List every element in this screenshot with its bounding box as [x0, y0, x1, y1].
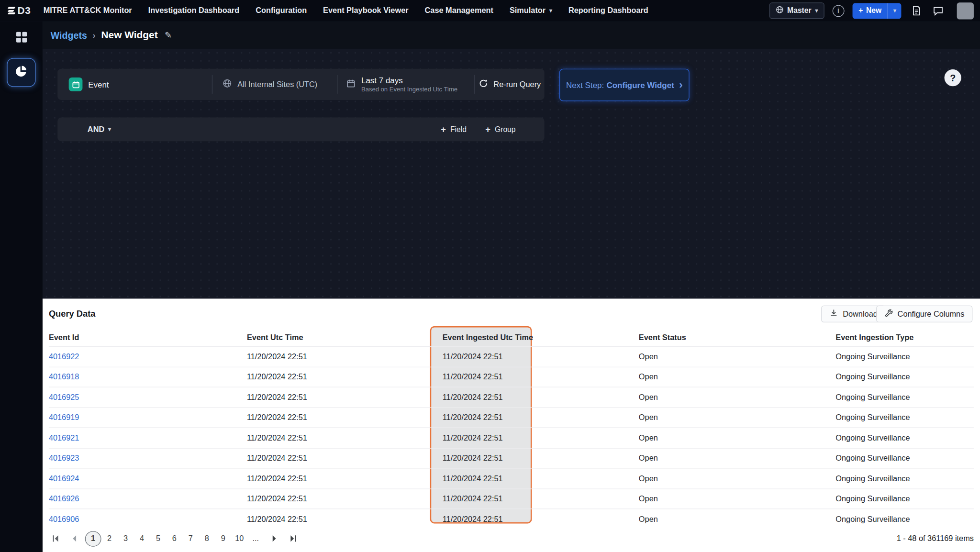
page-title: New Widget — [101, 29, 157, 41]
nav-item-configuration[interactable]: Configuration — [256, 6, 307, 15]
page-button[interactable]: 4 — [134, 531, 150, 547]
page-button[interactable]: 9 — [215, 531, 231, 547]
column-header-event-ingestion-type[interactable]: Event Ingestion Type — [835, 333, 974, 342]
page-button[interactable]: 10 — [231, 531, 247, 547]
next-step-configure-widget-button[interactable]: Next Step: Configure Widget › — [559, 69, 690, 101]
query-builder-area: Event All Internal Sites (UTC) Last 7 da… — [43, 49, 980, 298]
document-icon[interactable] — [909, 4, 923, 18]
next-page-icon[interactable] — [267, 532, 281, 546]
new-button-dropdown[interactable]: ▾ — [888, 3, 901, 19]
add-field-button[interactable]: + Field — [441, 124, 467, 134]
table-row: 4016906 11/20/2024 22:51 11/20/2024 22:5… — [49, 508, 974, 529]
column-header-event-id[interactable]: Event Id — [49, 333, 247, 342]
table-body: 4016922 11/20/2024 22:51 11/20/2024 22:5… — [49, 346, 974, 529]
nav-item-mitre-attack-monitor[interactable]: MITRE ATT&CK Monitor — [44, 6, 132, 15]
table-row: 4016922 11/20/2024 22:51 11/20/2024 22:5… — [49, 346, 974, 366]
nav-item-label: MITRE ATT&CK Monitor — [44, 6, 132, 15]
last-page-icon[interactable] — [286, 532, 300, 546]
rerun-query-button[interactable]: Re-run Query — [475, 75, 545, 94]
chevron-down-icon: ▾ — [549, 8, 552, 14]
d3-logo[interactable]: D3 — [8, 5, 31, 16]
info-glyph: i — [837, 7, 839, 14]
next-step-label: Configure Widget — [606, 80, 674, 90]
page-button[interactable]: 6 — [166, 531, 182, 547]
event-id-link[interactable]: 4016926 — [49, 494, 247, 503]
previous-page-icon[interactable] — [67, 532, 81, 546]
nav-item-label: Simulator — [510, 6, 546, 15]
info-icon[interactable]: i — [832, 5, 844, 17]
event-utc-time-cell: 11/20/2024 22:51 — [247, 433, 443, 442]
nav-item-case-management[interactable]: Case Management — [425, 6, 493, 15]
event-status-cell: Open — [639, 494, 835, 503]
table-header-row: Event Id Event Utc Time Event Ingested U… — [49, 329, 974, 346]
page-button[interactable]: ... — [247, 531, 264, 547]
rerun-query-label: Re-run Query — [493, 80, 541, 88]
refresh-icon — [479, 78, 488, 90]
event-id-link[interactable]: 4016925 — [49, 393, 247, 401]
help-icon[interactable]: ? — [945, 69, 961, 86]
nav-item-simulator[interactable]: Simulator▾ — [510, 6, 552, 15]
event-id-link[interactable]: 4016921 — [49, 433, 247, 442]
event-ingested-utc-time-cell: 11/20/2024 22:51 — [443, 433, 639, 442]
event-calendar-icon — [69, 77, 83, 91]
nav-item-reporting-dashboard[interactable]: Reporting Dashboard — [568, 6, 648, 15]
time-range-label: Last 7 days — [361, 76, 457, 86]
page-button[interactable]: 2 — [101, 531, 118, 547]
plus-icon: + — [485, 124, 490, 134]
event-id-link[interactable]: 4016906 — [49, 515, 247, 523]
page-button[interactable]: 1 — [85, 531, 101, 547]
event-id-link[interactable]: 4016918 — [49, 373, 247, 381]
event-id-link[interactable]: 4016922 — [49, 352, 247, 361]
configure-columns-button[interactable]: Configure Columns — [876, 306, 972, 322]
table-row: 4016918 11/20/2024 22:51 11/20/2024 22:5… — [49, 366, 974, 386]
event-utc-time-cell: 11/20/2024 22:51 — [247, 494, 443, 503]
master-dropdown[interactable]: Master ▾ — [769, 2, 824, 19]
next-step-prefix: Next Step: — [566, 80, 604, 90]
edit-pencil-icon[interactable]: ✎ — [165, 30, 172, 40]
page-button[interactable]: 5 — [150, 531, 166, 547]
page-button[interactable]: 7 — [182, 531, 199, 547]
event-utc-time-cell: 11/20/2024 22:51 — [247, 413, 443, 422]
event-ingestion-type-cell: Ongoing Surveillance — [835, 474, 974, 483]
query-sites-selector[interactable]: All Internal Sites (UTC) — [212, 75, 337, 94]
chevron-down-icon: ▾ — [893, 8, 896, 14]
logic-operator-dropdown[interactable]: AND ▾ — [88, 125, 111, 133]
event-ingested-utc-time-cell: 11/20/2024 22:51 — [443, 515, 639, 523]
query-time-range-selector[interactable]: Last 7 days Based on Event Ingested Utc … — [337, 75, 475, 94]
column-header-event-ingested-utc-time[interactable]: Event Ingested Utc Time — [443, 333, 639, 342]
table-row: 4016919 11/20/2024 22:51 11/20/2024 22:5… — [49, 407, 974, 427]
breadcrumb-widgets-link[interactable]: Widgets — [51, 30, 87, 40]
nav-item-event-playbook-viewer[interactable]: Event Playbook Viewer — [323, 6, 408, 15]
top-nav: D3 MITRE ATT&CK Monitor Investigation Da… — [0, 0, 980, 21]
calendar-icon — [346, 78, 356, 90]
event-status-cell: Open — [639, 413, 835, 422]
breadcrumb-separator: › — [93, 30, 96, 40]
page-button[interactable]: 3 — [118, 531, 134, 547]
page-button[interactable]: 8 — [199, 531, 215, 547]
dashboard-grid-icon[interactable] — [15, 31, 27, 45]
chevron-down-icon: ▾ — [815, 8, 818, 14]
first-page-icon[interactable] — [49, 532, 63, 546]
event-id-link[interactable]: 4016919 — [49, 413, 247, 422]
event-ingested-utc-time-cell: 11/20/2024 22:51 — [443, 393, 639, 401]
event-utc-time-cell: 11/20/2024 22:51 — [247, 373, 443, 381]
user-avatar[interactable] — [957, 2, 974, 19]
column-header-event-status[interactable]: Event Status — [639, 333, 835, 342]
logic-operator-label: AND — [88, 125, 104, 133]
event-ingestion-type-cell: Ongoing Surveillance — [835, 413, 974, 422]
nav-item-investigation-dashboard[interactable]: Investigation Dashboard — [148, 6, 240, 15]
event-id-link[interactable]: 4016923 — [49, 454, 247, 463]
query-source-selector[interactable]: Event — [57, 75, 212, 94]
column-header-event-utc-time[interactable]: Event Utc Time — [247, 333, 443, 342]
chat-icon[interactable] — [931, 4, 945, 18]
add-group-button[interactable]: + Group — [485, 124, 515, 134]
event-id-link[interactable]: 4016924 — [49, 474, 247, 483]
widget-pie-chart-tool[interactable] — [7, 58, 35, 87]
new-button[interactable]: + New ▾ — [852, 3, 901, 19]
globe-icon — [223, 78, 232, 90]
event-utc-time-cell: 11/20/2024 22:51 — [247, 515, 443, 523]
event-ingestion-type-cell: Ongoing Surveillance — [835, 454, 974, 463]
event-ingested-utc-time-cell: 11/20/2024 22:51 — [443, 373, 639, 381]
wrench-icon — [884, 309, 893, 319]
event-ingestion-type-cell: Ongoing Surveillance — [835, 373, 974, 381]
